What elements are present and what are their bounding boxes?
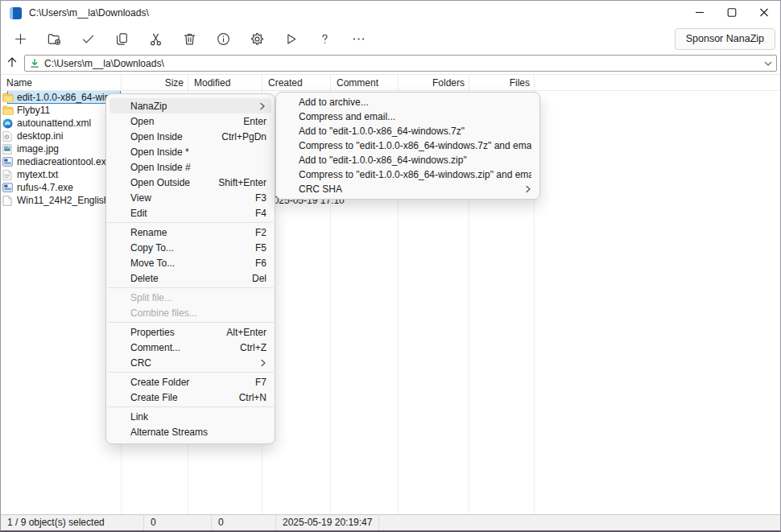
toolbar-button-add[interactable] xyxy=(3,27,37,50)
menu-item-label: Create Folder xyxy=(130,377,241,388)
menu-item-shortcut: Shift+Enter xyxy=(218,177,267,188)
toolbar-button-extract-folder[interactable] xyxy=(37,27,71,50)
menu-item-open-inside[interactable]: Open Inside * xyxy=(106,144,275,159)
menu-item-crc[interactable]: CRC xyxy=(106,355,275,370)
menu-item-add-to-edit-1-0-0-x86-64-windows-7z[interactable]: Add to "edit-1.0.0-x86_64-windows.7z" xyxy=(276,124,539,138)
toolbar-button-copy[interactable] xyxy=(105,27,138,50)
toolbar-button-benchmark[interactable] xyxy=(274,27,308,50)
menu-item-label: Link xyxy=(130,411,267,423)
toolbar-button-help[interactable] xyxy=(308,27,341,50)
menu-item-label: Comment... xyxy=(130,342,225,353)
menu-item-label: Open Outside xyxy=(130,177,204,188)
menu-item-edit[interactable]: EditF4 xyxy=(106,205,275,221)
status-bar: 1 / 9 object(s) selected002025-05-19 20:… xyxy=(1,514,780,530)
status-cell: 0 xyxy=(144,515,212,530)
menu-item-compress-to-edit-1-0-0-x86-64-windows-7z-and-email[interactable]: Compress to "edit-1.0.0-x86_64-windows.7… xyxy=(276,138,539,153)
file-name: mediacreationtool.exe xyxy=(17,156,120,167)
column-header-comment[interactable]: Comment xyxy=(331,75,399,90)
menu-item-label: Rename xyxy=(130,227,241,238)
chevron-down-icon[interactable] xyxy=(763,59,773,68)
menu-item-label: CRC xyxy=(130,357,267,369)
menu-item-shortcut: Ctrl+PgDn xyxy=(221,131,267,142)
menu-item-comment[interactable]: Comment...Ctrl+Z xyxy=(106,340,275,355)
close-icon xyxy=(759,6,769,20)
menu-item-copy-to[interactable]: Copy To...F5 xyxy=(106,240,275,255)
up-button[interactable] xyxy=(2,54,22,73)
toolbar-button-more[interactable] xyxy=(341,27,375,50)
column-header-name[interactable]: Name xyxy=(1,75,122,90)
menu-item-open-inside[interactable]: Open Inside # xyxy=(106,159,275,175)
nanazip-submenu: Add to archive...Compress and email...Ad… xyxy=(275,92,540,200)
column-header-created[interactable]: Created xyxy=(262,75,331,90)
settings-icon xyxy=(250,31,265,47)
menu-item-rename[interactable]: RenameF2 xyxy=(106,225,275,240)
toolbar: Sponsor NanaZip xyxy=(1,25,780,52)
submenu-arrow-icon xyxy=(524,185,532,193)
address-input[interactable] xyxy=(40,58,763,69)
menu-separator xyxy=(107,406,274,407)
menu-item-open-outside[interactable]: Open OutsideShift+Enter xyxy=(106,175,275,190)
nanazip-window: C:\Users\m__la\Downloads\ Sponsor NanaZi… xyxy=(0,0,781,532)
menu-item-crc-sha[interactable]: CRC SHA xyxy=(276,182,539,196)
status-cell: 2025-05-19 20:19:47 xyxy=(276,515,379,530)
menu-item-open-inside[interactable]: Open InsideCtrl+PgDn xyxy=(106,129,275,144)
menu-separator xyxy=(107,322,274,323)
menu-item-open[interactable]: OpenEnter xyxy=(106,113,275,129)
toolbar-button-info[interactable] xyxy=(206,27,240,50)
exe-icon xyxy=(2,156,14,167)
more-icon xyxy=(351,31,366,47)
menu-item-compress-to-edit-1-0-0-x86-64-windows-zip-and-email[interactable]: Compress to "edit-1.0.0-x86_64-windows.z… xyxy=(276,167,539,182)
toolbar-button-settings[interactable] xyxy=(240,27,274,50)
menu-item-label: Compress to "edit-1.0.0-x86_64-windows.7… xyxy=(299,140,531,151)
title-bar: C:\Users\m__la\Downloads\ xyxy=(1,1,780,25)
column-header-row: NameSizeModifiedCreatedCommentFoldersFil… xyxy=(1,75,780,91)
menu-item-view[interactable]: ViewF3 xyxy=(106,190,275,205)
copy-icon xyxy=(114,31,130,47)
menu-item-properties[interactable]: PropertiesAlt+Enter xyxy=(106,324,275,340)
menu-item-link[interactable]: Link xyxy=(106,409,275,424)
menu-item-add-to-archive[interactable]: Add to archive... xyxy=(276,95,539,109)
menu-item-label: Add to "edit-1.0.0-x86_64-windows.zip" xyxy=(299,155,531,166)
file-name: rufus-4.7.exe xyxy=(17,182,120,193)
menu-item-label: Copy To... xyxy=(130,242,241,254)
submenu-arrow-icon xyxy=(258,102,267,110)
column-header-size[interactable]: Size xyxy=(122,75,188,90)
menu-item-shortcut: F6 xyxy=(255,258,267,269)
toolbar-button-test[interactable] xyxy=(71,27,105,50)
menu-item-compress-and-email[interactable]: Compress and email... xyxy=(276,109,539,124)
menu-item-shortcut: Del xyxy=(252,273,267,284)
status-cell: 1 / 9 object(s) selected xyxy=(1,515,144,530)
toolbar-button-move[interactable] xyxy=(138,27,172,50)
menu-item-create-folder[interactable]: Create FolderF7 xyxy=(106,374,275,390)
menu-item-label: Open Inside * xyxy=(130,146,267,158)
folder-icon xyxy=(2,92,14,103)
menu-item-shortcut: Enter xyxy=(243,116,267,127)
menu-item-split-file: Split file... xyxy=(106,290,275,305)
menu-item-label: Add to archive... xyxy=(299,97,531,108)
address-bar xyxy=(1,52,780,74)
folder-icon xyxy=(2,105,14,116)
menu-item-move-to[interactable]: Move To...F6 xyxy=(106,255,275,270)
toolbar-button-delete[interactable] xyxy=(172,27,206,50)
menu-item-create-file[interactable]: Create FileCtrl+N xyxy=(106,390,275,405)
submenu-arrow-icon xyxy=(259,359,267,367)
menu-item-alternate-streams[interactable]: Alternate Streams xyxy=(106,424,275,439)
sponsor-nanazip-button[interactable]: Sponsor NanaZip xyxy=(675,28,775,50)
column-header-modified[interactable]: Modified xyxy=(188,75,262,90)
menu-item-nanazip[interactable]: NanaZip xyxy=(110,98,271,113)
menu-item-label: Edit xyxy=(130,208,241,219)
menu-item-combine-files: Combine files... xyxy=(106,305,275,320)
menu-item-delete[interactable]: DeleteDel xyxy=(106,270,275,286)
address-field xyxy=(24,55,777,72)
menu-item-label: Open xyxy=(130,116,229,127)
menu-item-shortcut: F7 xyxy=(255,377,267,388)
column-header-files[interactable]: Files xyxy=(469,75,535,90)
maximize-button[interactable] xyxy=(716,1,748,25)
status-cell: 0 xyxy=(212,515,276,530)
close-button[interactable] xyxy=(748,1,780,25)
column-header-folders[interactable]: Folders xyxy=(399,75,469,90)
minimize-button[interactable] xyxy=(684,1,716,25)
extract-folder-icon xyxy=(47,31,62,47)
menu-item-label: View xyxy=(130,192,241,204)
menu-item-add-to-edit-1-0-0-x86-64-windows-zip[interactable]: Add to "edit-1.0.0-x86_64-windows.zip" xyxy=(276,153,539,167)
